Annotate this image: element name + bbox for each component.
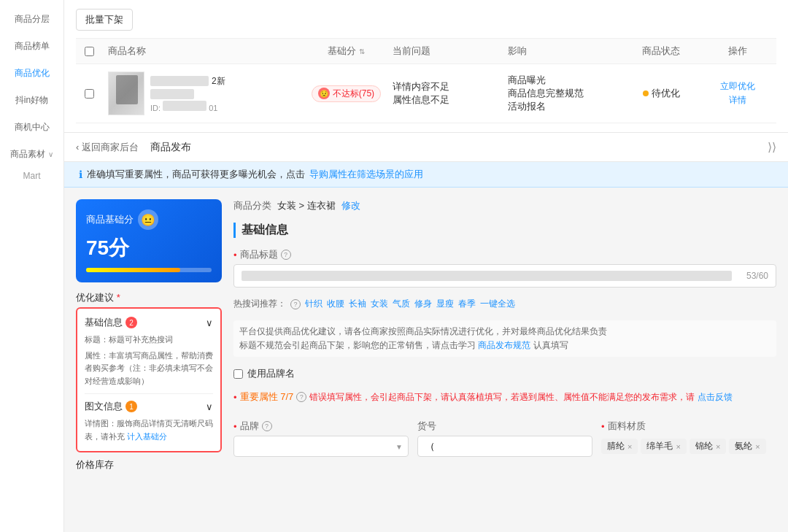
optimize-now-link[interactable]: 立即优化 bbox=[700, 80, 776, 93]
tag-xiushen[interactable]: 修身 bbox=[414, 298, 432, 310]
score-number: 75分 bbox=[86, 234, 212, 262]
sidebar-item-product-category[interactable]: 商品分层 bbox=[0, 6, 63, 33]
row-status: 待优化 bbox=[622, 87, 699, 100]
chevron-down-icon: ∨ bbox=[206, 317, 213, 328]
tag-nvzhuang[interactable]: 女装 bbox=[371, 298, 388, 310]
remove-anlun-button[interactable]: × bbox=[755, 442, 760, 451]
advice-basic-header[interactable]: 基础信息 2 ∨ bbox=[85, 316, 213, 329]
tag-zhenzhi[interactable]: 针织 bbox=[305, 298, 322, 310]
score-face-icon: 😟 bbox=[318, 88, 330, 99]
guide-link[interactable]: 导购属性在筛选场景的应用 bbox=[309, 168, 423, 181]
image-info-badge: 1 bbox=[125, 401, 137, 412]
select-all-checkbox[interactable] bbox=[85, 47, 94, 56]
advice-image-content: 详情图：服饰商品详情页无清晰尺码表，请补充 计入基础分 bbox=[85, 417, 213, 443]
attrs-grid: • 品牌 ? ▼ bbox=[233, 420, 776, 457]
header-status: 商品状态 bbox=[622, 45, 699, 58]
attrs-info-icon[interactable]: ? bbox=[296, 392, 306, 402]
model-input[interactable] bbox=[417, 436, 592, 457]
model-field: 货号 bbox=[417, 420, 592, 457]
remove-jinlun-button[interactable]: × bbox=[716, 442, 720, 451]
remove-jingqun-button[interactable]: × bbox=[627, 442, 632, 451]
detail-link[interactable]: 详情 bbox=[700, 93, 776, 107]
advice-basic-content: 标题：标题可补充热搜词 属性：丰富填写商品属性，帮助消费者购买参考（注：非必填未… bbox=[85, 334, 213, 388]
header-product-name: 商品名称 bbox=[102, 45, 300, 58]
row-effects: 商品曝光 商品信息完整规范 活动报名 bbox=[508, 74, 623, 113]
header-issue: 当前问题 bbox=[393, 45, 508, 58]
batch-delist-button[interactable]: 批量下架 bbox=[76, 9, 133, 31]
feedback-link[interactable]: 点击反馈 bbox=[698, 391, 733, 404]
hot-tags-info-icon[interactable]: ? bbox=[290, 299, 301, 309]
sidebar-item-merchant-center[interactable]: 商机中心 bbox=[0, 114, 63, 141]
left-panel: 商品基础分 😐 75分 优化建议 * bbox=[76, 199, 222, 520]
row-score: 😟 不达标(75) bbox=[300, 85, 392, 102]
title-info-icon[interactable]: ? bbox=[281, 250, 291, 260]
header-action: 操作 bbox=[700, 45, 776, 58]
sidebar-item-product-optimize[interactable]: 商品优化 bbox=[0, 60, 63, 87]
alert-bar: ℹ 准确填写重要属性，商品可获得更多曝光机会，点击 导购属性在筛选场景的应用 bbox=[64, 162, 788, 188]
tag-jinlun: 锦纶 × bbox=[690, 439, 726, 454]
price-inventory-section[interactable]: 价格库存 bbox=[76, 452, 222, 477]
notice-text: 平台仅提供商品优化建议，请各位商家按照商品实际情况进行优化，并对最终商品优化结果… bbox=[233, 320, 776, 357]
brand-chevron-icon: ▼ bbox=[395, 442, 403, 450]
score-face-emoji: 😐 bbox=[138, 209, 158, 230]
sidebar-item-douyin-goods[interactable]: 抖in好物 bbox=[0, 87, 63, 114]
tag-xianshuo[interactable]: 显瘦 bbox=[436, 298, 454, 310]
remove-mianyanmao-button[interactable]: × bbox=[676, 442, 680, 451]
tag-anlun: 氨纶 × bbox=[729, 439, 765, 454]
advice-section-container: 优化建议 * 基础信息 2 ∨ bbox=[76, 291, 222, 477]
publish-rules-link[interactable]: 商品发布规范 bbox=[478, 340, 530, 350]
advice-basic-info: 基础信息 2 ∨ 标题：标题可补充热搜词 属性：丰富填写商品属性，帮助消费者购买… bbox=[76, 307, 222, 452]
edit-container: 商品基础分 😐 75分 优化建议 * bbox=[64, 188, 788, 532]
page-title: 商品发布 bbox=[150, 141, 191, 154]
header-score: 基础分 ⇅ bbox=[300, 45, 392, 58]
table-row: 2新 ID: 01 bbox=[76, 64, 776, 123]
advice-image-info: 图文信息 1 ∨ 详情图：服饰商品详情页无清晰尺码表，请补充 计入基础分 bbox=[85, 400, 213, 443]
modify-category-link[interactable]: 修改 bbox=[341, 199, 360, 212]
top-table-section: 批量下架 商品名称 基础分 ⇅ 当前问题 影响 商品状态 操作 bbox=[64, 0, 788, 133]
select-all-tags-button[interactable]: 一键全选 bbox=[480, 298, 515, 310]
mart-label: Mart bbox=[0, 168, 63, 184]
sidebar-item-product-rank[interactable]: 商品榜单 bbox=[0, 33, 63, 60]
char-count: 53/60 bbox=[739, 266, 776, 285]
header-effect: 影响 bbox=[508, 45, 623, 58]
score-bar-bg bbox=[86, 268, 212, 272]
title-field-label: • 商品标题 ? bbox=[233, 248, 776, 261]
expand-icon[interactable]: ⟩⟩ bbox=[768, 140, 776, 154]
product-image bbox=[108, 72, 144, 115]
basic-info-title: 基础信息 bbox=[233, 223, 776, 238]
sidebar-item-product-material[interactable]: 商品素材 ∨ bbox=[0, 141, 63, 168]
tag-qizhi[interactable]: 气质 bbox=[393, 298, 410, 310]
row-product-name: 2新 ID: 01 bbox=[102, 72, 300, 115]
tag-changsui[interactable]: 长袖 bbox=[349, 298, 366, 310]
right-panel: 商品分类 女装 > 连衣裙 修改 基础信息 • 商品标题 ? bbox=[233, 199, 776, 520]
header-check bbox=[76, 47, 102, 56]
tag-chunji[interactable]: 春季 bbox=[458, 298, 476, 310]
table-header-row: 商品名称 基础分 ⇅ 当前问题 影响 商品状态 操作 bbox=[76, 38, 776, 64]
main-content: 批量下架 商品名称 基础分 ⇅ 当前问题 影响 商品状态 操作 bbox=[64, 0, 788, 532]
advice-image-header[interactable]: 图文信息 1 ∨ bbox=[85, 400, 213, 413]
brand-info-icon[interactable]: ? bbox=[262, 421, 272, 431]
score-card: 商品基础分 😐 75分 bbox=[76, 199, 222, 282]
material-field: • 面料材质 腈纶 × 绵羊毛 × bbox=[601, 420, 776, 457]
product-edit-section: ‹ 返回商家后台 商品发布 ⟩⟩ ℹ 准确填写重要属性，商品可获得更多曝光机会，… bbox=[64, 133, 788, 532]
sidebar: 商品分层 商品榜单 商品优化 抖in好物 商机中心 商品素材 ∨ Mart bbox=[0, 0, 64, 532]
basic-info-badge: 2 bbox=[125, 317, 137, 328]
tag-shoushou[interactable]: 收腰 bbox=[327, 298, 344, 310]
basic-score-link[interactable]: 计入基础分 bbox=[127, 432, 167, 441]
chevron-down-icon-2: ∨ bbox=[206, 401, 213, 412]
product-table: 商品名称 基础分 ⇅ 当前问题 影响 商品状态 操作 bbox=[76, 38, 776, 123]
use-brand-row: 使用品牌名 bbox=[233, 367, 776, 380]
category-row: 商品分类 女装 > 连衣裙 修改 bbox=[233, 199, 776, 212]
score-bar-fill bbox=[86, 268, 180, 272]
product-text-info: 2新 ID: 01 bbox=[150, 75, 225, 112]
tag-mianyanmao: 绵羊毛 × bbox=[641, 439, 686, 454]
row-actions: 立即优化 详情 bbox=[700, 80, 776, 107]
brand-select[interactable] bbox=[233, 436, 409, 457]
row-checkbox[interactable] bbox=[85, 89, 94, 99]
use-brand-checkbox[interactable] bbox=[233, 369, 243, 379]
back-button[interactable]: ‹ 返回商家后台 bbox=[76, 141, 139, 154]
info-icon: ℹ bbox=[79, 169, 82, 180]
hot-tags-row: 热搜词推荐： ? 针织 收腰 长袖 女装 气质 修身 显瘦 春季 一键全选 bbox=[233, 298, 776, 310]
advice-title: 优化建议 * bbox=[76, 291, 222, 304]
status-dot-icon bbox=[643, 90, 649, 96]
